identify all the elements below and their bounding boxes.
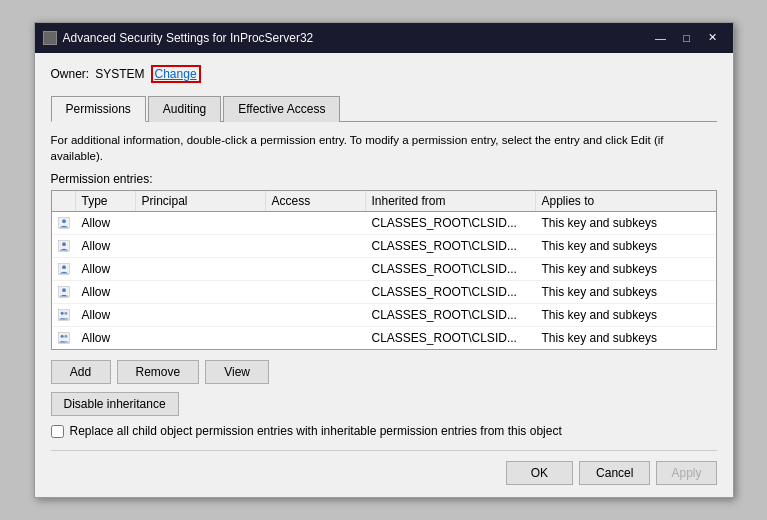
tab-effective-access[interactable]: Effective Access	[223, 96, 340, 122]
row-type: Allow	[76, 235, 136, 257]
title-bar-left: Advanced Security Settings for InProcSer…	[43, 31, 314, 45]
table-row[interactable]: AllowCLASSES_ROOT\CLSID...This key and s…	[52, 304, 716, 327]
row-applies-to: This key and subkeys	[536, 281, 676, 303]
change-link[interactable]: Change	[151, 65, 201, 83]
action-button-row: Add Remove View	[51, 360, 717, 384]
replace-checkbox-label: Replace all child object permission entr…	[70, 424, 562, 438]
table-row[interactable]: AllowCLASSES_ROOT\CLSID...This key and s…	[52, 235, 716, 258]
info-text: For additional information, double-click…	[51, 132, 717, 164]
row-principal	[136, 281, 266, 303]
svg-point-1	[62, 219, 66, 223]
cancel-button[interactable]: Cancel	[579, 461, 650, 485]
owner-row: Owner: SYSTEM Change	[51, 65, 717, 83]
view-button[interactable]: View	[205, 360, 269, 384]
close-button[interactable]: ✕	[701, 29, 725, 47]
svg-point-9	[60, 312, 63, 315]
col-principal: Principal	[136, 191, 266, 211]
table-row[interactable]: AllowCLASSES_ROOT\CLSID...This key and s…	[52, 258, 716, 281]
row-access	[266, 281, 366, 303]
row-principal	[136, 258, 266, 280]
row-principal	[136, 304, 266, 326]
row-access	[266, 304, 366, 326]
svg-point-10	[64, 312, 67, 315]
row-applies-to: This key and subkeys	[536, 212, 676, 234]
row-access	[266, 235, 366, 257]
footer-buttons: OK Cancel Apply	[51, 450, 717, 485]
col-type: Type	[76, 191, 136, 211]
row-icon	[52, 235, 76, 257]
svg-point-13	[64, 335, 67, 338]
owner-label: Owner:	[51, 67, 90, 81]
replace-checkbox-row: Replace all child object permission entr…	[51, 424, 717, 438]
main-window: Advanced Security Settings for InProcSer…	[34, 22, 734, 498]
window-icon	[43, 31, 57, 45]
table-header: Type Principal Access Inherited from App…	[52, 191, 716, 212]
row-inherited-from: CLASSES_ROOT\CLSID...	[366, 258, 536, 280]
row-icon	[52, 258, 76, 280]
row-type: Allow	[76, 327, 136, 345]
row-type: Allow	[76, 212, 136, 234]
row-applies-to: This key and subkeys	[536, 258, 676, 280]
remove-button[interactable]: Remove	[117, 360, 200, 384]
row-principal	[136, 327, 266, 345]
row-access	[266, 258, 366, 280]
row-icon	[52, 327, 76, 345]
permissions-table: Type Principal Access Inherited from App…	[51, 190, 717, 350]
row-applies-to: This key and subkeys	[536, 304, 676, 326]
row-access	[266, 327, 366, 345]
svg-point-5	[62, 265, 66, 269]
apply-button[interactable]: Apply	[656, 461, 716, 485]
row-applies-to: This key and subkeys	[536, 235, 676, 257]
title-bar-controls: — □ ✕	[649, 29, 725, 47]
svg-point-7	[62, 288, 66, 292]
row-icon	[52, 281, 76, 303]
row-principal	[136, 212, 266, 234]
ok-button[interactable]: OK	[506, 461, 573, 485]
row-inherited-from: CLASSES_ROOT\CLSID...	[366, 304, 536, 326]
row-type: Allow	[76, 258, 136, 280]
svg-point-3	[62, 242, 66, 246]
col-inherited-from: Inherited from	[366, 191, 536, 211]
table-row[interactable]: AllowCLASSES_ROOT\CLSID...This key and s…	[52, 281, 716, 304]
add-button[interactable]: Add	[51, 360, 111, 384]
row-principal	[136, 235, 266, 257]
disable-inheritance-button[interactable]: Disable inheritance	[51, 392, 179, 416]
section-label: Permission entries:	[51, 172, 717, 186]
row-type: Allow	[76, 281, 136, 303]
owner-value: SYSTEM	[95, 67, 144, 81]
table-body: AllowCLASSES_ROOT\CLSID...This key and s…	[52, 212, 716, 345]
window-title: Advanced Security Settings for InProcSer…	[63, 31, 314, 45]
table-row[interactable]: AllowCLASSES_ROOT\CLSID...This key and s…	[52, 212, 716, 235]
minimize-button[interactable]: —	[649, 29, 673, 47]
row-type: Allow	[76, 304, 136, 326]
col-icon	[52, 191, 76, 211]
row-inherited-from: CLASSES_ROOT\CLSID...	[366, 281, 536, 303]
replace-checkbox[interactable]	[51, 425, 64, 438]
table-row[interactable]: AllowCLASSES_ROOT\CLSID...This key and s…	[52, 327, 716, 345]
col-applies-to: Applies to	[536, 191, 676, 211]
row-icon	[52, 304, 76, 326]
tab-permissions[interactable]: Permissions	[51, 96, 146, 122]
tab-auditing[interactable]: Auditing	[148, 96, 221, 122]
svg-point-12	[60, 335, 63, 338]
row-inherited-from: CLASSES_ROOT\CLSID...	[366, 212, 536, 234]
row-inherited-from: CLASSES_ROOT\CLSID...	[366, 327, 536, 345]
row-icon	[52, 212, 76, 234]
row-applies-to: This key and subkeys	[536, 327, 676, 345]
title-bar: Advanced Security Settings for InProcSer…	[35, 23, 733, 53]
tabs: Permissions Auditing Effective Access	[51, 95, 717, 122]
row-inherited-from: CLASSES_ROOT\CLSID...	[366, 235, 536, 257]
dialog-content: Owner: SYSTEM Change Permissions Auditin…	[35, 53, 733, 497]
row-access	[266, 212, 366, 234]
col-access: Access	[266, 191, 366, 211]
maximize-button[interactable]: □	[675, 29, 699, 47]
